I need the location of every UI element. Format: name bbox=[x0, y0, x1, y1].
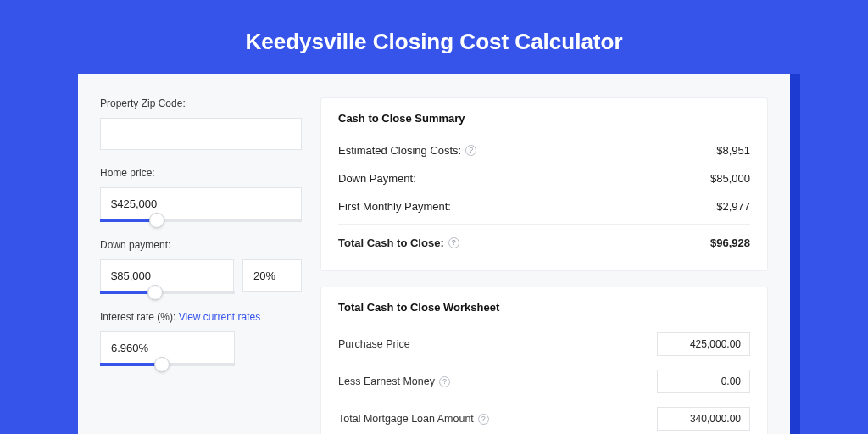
total-mortgage-input[interactable] bbox=[657, 407, 750, 431]
earnest-input[interactable] bbox=[657, 370, 750, 393]
down-payment-percent-input[interactable] bbox=[242, 259, 302, 292]
slider-fill bbox=[100, 363, 162, 366]
interest-rate-field-group: Interest rate (%): View current rates bbox=[100, 311, 302, 366]
slider-thumb[interactable] bbox=[154, 357, 170, 372]
summary-panel: Cash to Close Summary Estimated Closing … bbox=[320, 97, 768, 271]
zip-input[interactable] bbox=[100, 118, 302, 150]
worksheet-row-purchase-price: Purchase Price bbox=[338, 326, 750, 363]
worksheet-panel: Total Cash to Close Worksheet Purchase P… bbox=[320, 287, 768, 434]
down-payment-amount-input[interactable] bbox=[100, 259, 234, 292]
down-payment-slider[interactable] bbox=[100, 291, 235, 294]
interest-rate-label-text: Interest rate (%): bbox=[100, 311, 179, 323]
worksheet-title: Total Cash to Close Worksheet bbox=[338, 301, 750, 314]
view-rates-link[interactable]: View current rates bbox=[179, 311, 261, 323]
slider-thumb[interactable] bbox=[149, 213, 164, 228]
closing-costs-value: $8,951 bbox=[716, 144, 750, 157]
summary-row-total: Total Cash to Close: ? $96,928 bbox=[338, 224, 750, 257]
worksheet-row-total-mortgage: Total Mortgage Loan Amount ? bbox=[338, 400, 750, 434]
total-mortgage-label: Total Mortgage Loan Amount bbox=[338, 413, 474, 425]
summary-down-payment-label: Down Payment: bbox=[338, 172, 416, 185]
worksheet-row-earnest: Less Earnest Money ? bbox=[338, 363, 750, 400]
home-price-input[interactable] bbox=[100, 187, 302, 220]
down-payment-field-group: Down payment: bbox=[100, 239, 302, 294]
slider-thumb[interactable] bbox=[147, 285, 163, 300]
first-payment-label: First Monthly Payment: bbox=[338, 200, 451, 213]
zip-field-group: Property Zip Code: bbox=[100, 97, 302, 150]
purchase-price-label: Purchase Price bbox=[338, 338, 410, 350]
inputs-column: Property Zip Code: Home price: Down paym… bbox=[100, 97, 302, 434]
interest-rate-label: Interest rate (%): View current rates bbox=[100, 311, 302, 323]
slider-fill bbox=[100, 219, 157, 222]
total-cash-value: $96,928 bbox=[710, 236, 750, 249]
results-column: Cash to Close Summary Estimated Closing … bbox=[320, 97, 768, 434]
earnest-label: Less Earnest Money bbox=[338, 376, 435, 387]
home-price-label: Home price: bbox=[100, 167, 302, 179]
help-icon[interactable]: ? bbox=[478, 414, 489, 425]
closing-costs-label: Estimated Closing Costs: bbox=[338, 144, 461, 157]
interest-rate-slider[interactable] bbox=[100, 363, 235, 366]
summary-title: Cash to Close Summary bbox=[338, 112, 750, 125]
summary-row-closing-costs: Estimated Closing Costs: ? $8,951 bbox=[338, 136, 750, 164]
purchase-price-input[interactable] bbox=[657, 332, 750, 356]
help-icon[interactable]: ? bbox=[439, 376, 450, 387]
calculator-card: Property Zip Code: Home price: Down paym… bbox=[78, 74, 790, 434]
total-cash-label: Total Cash to Close: bbox=[338, 236, 444, 249]
help-icon[interactable]: ? bbox=[448, 237, 459, 248]
summary-row-down-payment: Down Payment: $85,000 bbox=[338, 164, 750, 192]
home-price-slider[interactable] bbox=[100, 219, 302, 222]
home-price-field-group: Home price: bbox=[100, 167, 302, 222]
help-icon[interactable]: ? bbox=[465, 145, 476, 156]
zip-label: Property Zip Code: bbox=[100, 97, 302, 109]
summary-row-first-payment: First Monthly Payment: $2,977 bbox=[338, 192, 750, 220]
summary-down-payment-value: $85,000 bbox=[710, 172, 750, 185]
page-title: Keedysville Closing Cost Calculator bbox=[245, 29, 622, 55]
first-payment-value: $2,977 bbox=[716, 200, 750, 213]
down-payment-label: Down payment: bbox=[100, 239, 302, 251]
